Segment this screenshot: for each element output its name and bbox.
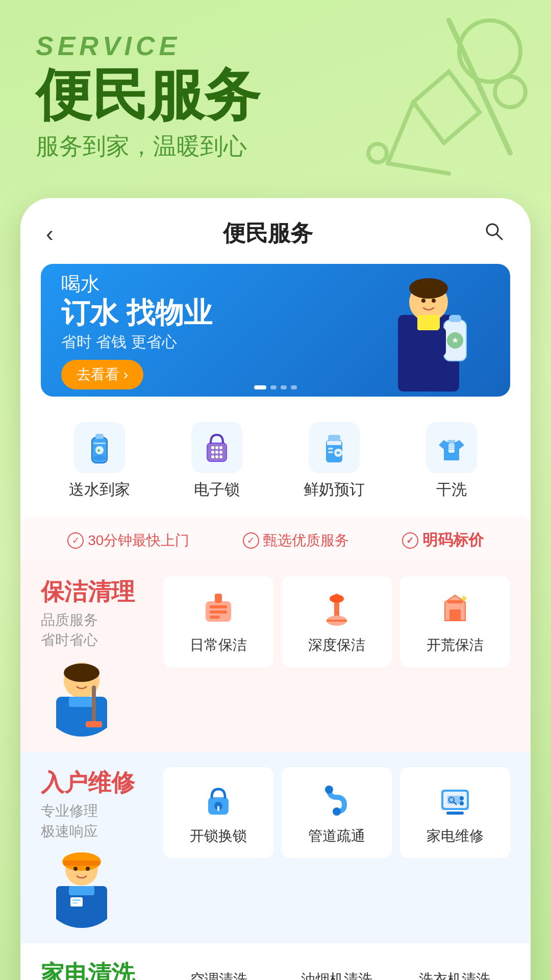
- svg-rect-75: [72, 899, 81, 901]
- category-appliance-info: 家电清洗 杀菌去污深层洁净: [41, 959, 153, 980]
- banner-text: 喝水 订水 找物业 省时 省钱 更省心 去看看 ›: [61, 271, 367, 389]
- service-daily-clean[interactable]: 日常保洁: [163, 576, 273, 667]
- category-appliance: 家电清洗 杀菌去污深层洁净: [20, 943, 531, 980]
- deep-clean-icon: [316, 589, 357, 629]
- banner-image: ★: [367, 269, 490, 391]
- hero-title: 便民服务: [36, 64, 515, 126]
- daily-clean-icon: [198, 589, 239, 629]
- svg-rect-56: [210, 605, 227, 608]
- svg-point-33: [219, 451, 222, 454]
- svg-point-71: [86, 867, 90, 871]
- check-icon-1: ✓: [67, 532, 84, 549]
- banner[interactable]: 喝水 订水 找物业 省时 省钱 更省心 去看看 ›: [41, 264, 510, 397]
- svg-rect-40: [328, 448, 333, 450]
- svg-point-22: [93, 455, 106, 460]
- quick-service-dryclean[interactable]: 干洗: [411, 422, 492, 500]
- category-cleaning-title: 保洁清理: [41, 576, 153, 608]
- cleaning-person-image: [41, 655, 122, 737]
- quick-service-dryclean-label: 干洗: [436, 479, 467, 500]
- svg-rect-16: [449, 315, 461, 322]
- category-cleaning-info: 保洁清理 品质服务省时省心: [41, 576, 153, 737]
- svg-point-80: [325, 786, 333, 794]
- svg-rect-74: [70, 897, 83, 906]
- svg-point-34: [211, 455, 214, 458]
- svg-point-32: [215, 451, 218, 454]
- move-clean-label: 开荒保洁: [427, 635, 484, 655]
- category-repair-info: 入户维修 专业修理极速响应: [41, 767, 153, 927]
- banner-line1: 喝水: [61, 271, 367, 297]
- water-icon: ★: [74, 422, 125, 473]
- quick-service-lock[interactable]: 电子锁: [176, 422, 258, 500]
- deep-clean-label: 深度保洁: [308, 635, 365, 655]
- svg-point-35: [215, 455, 218, 458]
- page-title: 便民服务: [223, 218, 313, 249]
- svg-rect-23: [93, 443, 106, 444]
- svg-point-30: [219, 446, 222, 449]
- search-button[interactable]: [483, 220, 505, 248]
- phone-mockup: ‹ 便民服务 喝水 订水 找物业 省时 省钱 更省心 去看看 ›: [20, 198, 531, 980]
- hero-section: SERVICE 便民服务 服务到家，温暖到心: [0, 0, 551, 183]
- banner-line2: 订水 找物业: [61, 297, 367, 329]
- svg-point-89: [460, 801, 464, 805]
- tags-row: ✓ 30分钟最快上门 ✓ 甄选优质服务 ✓ 明码标价: [20, 516, 531, 561]
- service-deep-clean[interactable]: 深度保洁: [282, 576, 392, 667]
- svg-rect-73: [69, 886, 94, 895]
- appliance-repair-label: 家电维修: [427, 826, 484, 846]
- svg-rect-59: [215, 594, 222, 603]
- service-hood-clean[interactable]: 油烟机清洗: [281, 959, 392, 980]
- quick-service-water-label: 送水到家: [69, 479, 130, 500]
- locksmith-label: 开锁换锁: [190, 826, 247, 846]
- repair-services-grid: 开锁换锁 管道疏通: [163, 767, 510, 858]
- service-ac-clean[interactable]: 空调清洗: [163, 959, 274, 980]
- plumbing-icon: [316, 779, 357, 820]
- svg-rect-58: [210, 616, 220, 619]
- service-appliance-repair[interactable]: 家电维修: [400, 767, 510, 858]
- move-clean-icon: [435, 589, 475, 629]
- daily-clean-label: 日常保洁: [190, 635, 247, 655]
- appliance-repair-icon: [435, 779, 475, 820]
- svg-point-13: [432, 299, 436, 303]
- svg-point-63: [330, 595, 344, 603]
- service-washer-clean[interactable]: 洗衣机清洗: [399, 959, 510, 980]
- svg-rect-19: [438, 328, 446, 356]
- svg-rect-21: [95, 434, 104, 439]
- svg-line-8: [496, 234, 502, 239]
- svg-rect-41: [328, 451, 333, 453]
- banner-button[interactable]: 去看看 ›: [61, 360, 143, 389]
- svg-point-49: [73, 677, 78, 681]
- svg-rect-64: [449, 609, 461, 621]
- service-plumbing[interactable]: 管道疏通: [282, 767, 392, 858]
- hero-subtitle: 服务到家，温暖到心: [36, 131, 515, 162]
- plumbing-label: 管道疏通: [308, 826, 365, 846]
- svg-point-48: [64, 664, 99, 682]
- svg-point-12: [421, 299, 425, 303]
- tag-price: ✓ 明码标价: [402, 530, 484, 551]
- svg-text:★: ★: [452, 336, 459, 345]
- svg-rect-76: [72, 902, 78, 903]
- quick-service-milk[interactable]: 鲜奶预订: [293, 422, 375, 500]
- svg-rect-53: [92, 685, 96, 726]
- quick-service-lock-label: 电子锁: [194, 479, 240, 500]
- category-cleaning-subtitle: 品质服务省时省心: [41, 610, 153, 650]
- back-button[interactable]: ‹: [46, 221, 54, 247]
- category-repair-title: 入户维修: [41, 767, 153, 799]
- cleaning-services-grid: 日常保洁 深度保洁: [163, 576, 510, 667]
- svg-point-50: [86, 677, 90, 681]
- tag-quality: ✓ 甄选优质服务: [243, 530, 349, 551]
- category-appliance-title: 家电清洗: [41, 959, 153, 980]
- service-move-clean[interactable]: 开荒保洁: [400, 576, 510, 667]
- svg-point-88: [460, 796, 464, 800]
- service-label: SERVICE: [36, 31, 515, 61]
- category-cleaning: 保洁清理 品质服务省时省心: [20, 561, 531, 752]
- quick-service-water[interactable]: ★ 送水到家: [59, 422, 140, 500]
- svg-point-36: [219, 455, 222, 458]
- quick-service-milk-label: 鲜奶预订: [304, 479, 365, 500]
- service-locksmith[interactable]: 开锁换锁: [163, 767, 273, 858]
- svg-text:★: ★: [96, 448, 101, 453]
- appliance-services-grid: 空调清洗 油烟机清洗 洗衣机清洗 热水器清洗 冰箱清洗 地暖清洗: [163, 959, 510, 980]
- svg-point-81: [333, 807, 341, 816]
- check-icon-3: ✓: [402, 532, 418, 549]
- svg-rect-52: [69, 697, 94, 707]
- lock-icon: [191, 422, 242, 473]
- shirt-icon: [426, 422, 477, 473]
